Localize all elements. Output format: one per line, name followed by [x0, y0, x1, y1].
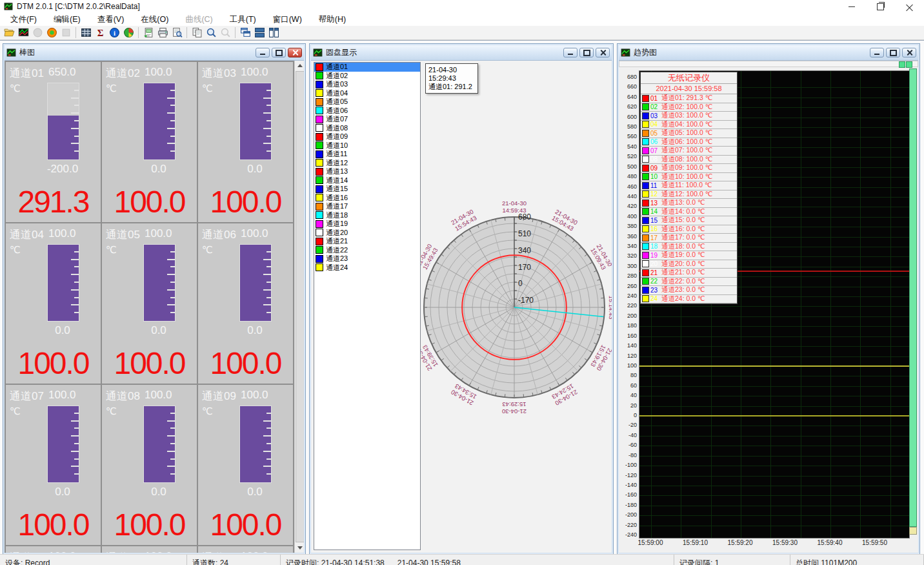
info-icon[interactable]: i [108, 26, 121, 39]
gauge-min-value: -200.0 [30, 163, 95, 176]
trend-minimize-button[interactable] [870, 48, 884, 57]
trend-series-line [639, 365, 909, 367]
pie-chart-icon[interactable] [122, 26, 135, 39]
channel-list-item[interactable]: 通道13 [314, 167, 420, 176]
channel-list-item[interactable]: 通道18 [314, 211, 420, 220]
disc-window-titlebar[interactable]: 圆盘显示 [311, 45, 612, 61]
gauge-bar-fill [144, 245, 175, 321]
data-table-icon[interactable] [79, 26, 92, 39]
channel-list-item[interactable]: 通道21 [314, 237, 420, 246]
legend-row: 22通道22: 0.0 ℃ [641, 278, 737, 287]
restore-button[interactable] [866, 0, 895, 13]
bar-window-titlebar[interactable]: 棒图 [5, 45, 304, 61]
scrollbar-end-cap[interactable] [909, 527, 917, 535]
menu-curve[interactable]: 曲线(C) [179, 13, 219, 26]
gauge-bar [143, 83, 176, 160]
channel-list-item[interactable]: 通道15 [314, 185, 420, 194]
scroll-block-icon[interactable] [899, 61, 905, 68]
channel-list-item[interactable]: 通道17 [314, 202, 420, 211]
scroll-block-icon[interactable] [906, 61, 912, 68]
y-axis-label: -200 [619, 511, 637, 518]
menu-view[interactable]: 查看(V) [91, 13, 131, 26]
bar-maximize-button[interactable] [272, 48, 286, 57]
legend-channel-value: 通道09: 100.0 ℃ [661, 163, 713, 172]
channel-list-item[interactable]: 通道08 [314, 124, 420, 133]
channel-list-item[interactable]: 通道14 [314, 176, 420, 185]
channel-list-item[interactable]: 通道23 [314, 254, 420, 263]
gauge-unit: ℃ [202, 83, 213, 94]
legend-color-swatch [642, 173, 649, 180]
trend-chart-window: 趋势图 680660640620600580560540520500480460… [617, 43, 920, 555]
trend-horizontal-scrollbar[interactable] [619, 61, 918, 67]
minimize-button[interactable] [837, 0, 866, 13]
open-file-icon[interactable] [3, 26, 15, 39]
bar-close-button[interactable] [288, 48, 302, 57]
channel-list-item[interactable]: 通道06 [314, 107, 420, 116]
bar-minimize-button[interactable] [256, 48, 270, 57]
channel-list-item[interactable]: 通道02 [314, 72, 420, 81]
tile-vertical-icon[interactable] [267, 26, 280, 39]
tile-horizontal-icon[interactable] [253, 26, 266, 39]
export-icon[interactable] [142, 26, 155, 39]
statistics-sigma-icon[interactable]: Σ [94, 26, 106, 39]
cascade-windows-icon[interactable] [239, 26, 252, 39]
channel-list-item[interactable]: 通道11 [314, 150, 420, 159]
channel-list-item[interactable]: 通道16 [314, 194, 420, 203]
h-gridline [639, 426, 909, 426]
bar-gauge: 通道02100.0℃0.0100.0 [102, 62, 197, 222]
zoom-icon[interactable] [205, 26, 217, 39]
disc-maximize-button[interactable] [579, 48, 594, 57]
record-icon[interactable] [45, 26, 58, 39]
menu-window[interactable]: 窗口(W) [266, 13, 308, 26]
channel-color-swatch [316, 107, 323, 114]
realtime-display-icon[interactable] [17, 26, 30, 39]
channel-list-item[interactable]: 通道01 [314, 63, 420, 72]
trend-maximize-button[interactable] [886, 48, 900, 57]
channel-list-item[interactable]: 通道20 [314, 229, 420, 238]
channel-list-item[interactable]: 通道09 [314, 132, 420, 141]
trend-vertical-scrollbar[interactable] [909, 68, 917, 527]
trend-x-axis: 15:59:0015:59:1015:59:2015:59:3015:59:40… [639, 539, 909, 548]
channel-list-item[interactable]: 通道04 [314, 89, 420, 98]
toolbar: Σi [0, 26, 924, 40]
y-axis-label: 280 [619, 272, 637, 279]
scroll-up-button[interactable] [295, 61, 304, 70]
channel-list-item[interactable]: 通道19 [314, 220, 420, 229]
channel-list-item[interactable]: 通道03 [314, 80, 420, 89]
close-button[interactable] [895, 0, 924, 13]
trend-close-button[interactable] [902, 48, 916, 57]
scroll-thumb[interactable] [296, 71, 304, 542]
menu-online[interactable]: 在线(O) [134, 13, 175, 26]
menu-tools[interactable]: 工具(T) [223, 13, 263, 26]
gauge-unit: ℃ [202, 244, 213, 256]
trend-window-titlebar[interactable]: 趋势图 [619, 45, 918, 61]
gauge-tick [74, 443, 79, 444]
channel-list-item[interactable]: 通道07 [314, 115, 420, 124]
bar-gauge: 通道07100.0℃0.0100.0 [6, 385, 101, 545]
menu-file[interactable]: 文件(F) [4, 13, 43, 26]
y-axis-label: 40 [619, 392, 637, 398]
y-axis-label: -40 [619, 432, 637, 438]
legend-channel-number: 20 [650, 260, 661, 267]
scroll-down-button[interactable] [295, 543, 304, 553]
gauge-channel-name: 通道09 [202, 389, 239, 403]
legend-row: 08通道08: 100.0 ℃ [641, 156, 737, 165]
menu-help[interactable]: 帮助(H) [312, 13, 352, 26]
channel-list-item[interactable]: 通道22 [314, 246, 420, 255]
disc-minimize-button[interactable] [563, 48, 578, 57]
channel-list-item[interactable]: 通道10 [314, 141, 420, 150]
legend-color-swatch [642, 295, 649, 302]
channel-list-item[interactable]: 通道05 [314, 98, 420, 107]
y-axis-label: 440 [619, 193, 637, 200]
copy-icon[interactable] [190, 26, 203, 39]
print-icon[interactable] [156, 26, 169, 39]
print-preview-icon[interactable] [170, 26, 183, 39]
channel-list-item[interactable]: 通道24 [314, 263, 420, 272]
menu-edit[interactable]: 编辑(E) [47, 13, 87, 26]
bar-window-scrollbar[interactable] [294, 61, 304, 553]
channel-list-item[interactable]: 通道12 [314, 159, 420, 168]
channel-color-swatch [316, 124, 323, 132]
disc-close-button[interactable] [596, 48, 610, 57]
legend-channel-value: 通道17: 0.0 ℃ [661, 233, 705, 242]
svg-text:Σ: Σ [97, 28, 103, 38]
